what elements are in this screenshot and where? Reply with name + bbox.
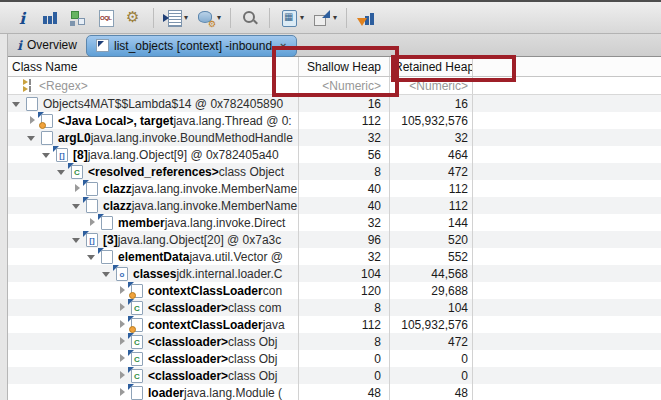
expand-arrow-icon[interactable] bbox=[117, 299, 128, 316]
class-description: java.lang.invoke.BoundMethodHandle bbox=[91, 131, 293, 145]
shallow-heap-value: 8 bbox=[299, 333, 390, 350]
shallow-heap-value: 0 bbox=[299, 350, 390, 367]
table-row[interactable]: C<classloader> class com8104 bbox=[8, 299, 661, 316]
retained-filter-input[interactable]: <Numeric> bbox=[390, 77, 473, 94]
toolbar-separator bbox=[269, 8, 270, 28]
compare-button[interactable] bbox=[353, 6, 379, 30]
mat-window: ▾▾▾▾ i Overview list_objects [context] -… bbox=[0, 0, 661, 400]
tab-overview[interactable]: i Overview bbox=[8, 35, 86, 55]
collapse-arrow-icon[interactable] bbox=[12, 95, 23, 112]
col-shallow-heap[interactable]: Shallow Heap bbox=[299, 57, 390, 76]
oql-button[interactable] bbox=[93, 6, 119, 30]
collapse-arrow-icon[interactable] bbox=[27, 129, 38, 146]
expand-arrow-icon[interactable] bbox=[72, 180, 83, 197]
class-description: class com bbox=[228, 301, 281, 315]
dominator-tree-button[interactable] bbox=[65, 6, 91, 30]
shallow-heap-value: 120 bbox=[299, 282, 390, 299]
array-arrow-icon: [] bbox=[83, 232, 99, 247]
page-arrow-dot-icon bbox=[128, 317, 144, 332]
class-description: java.lang.Object[9] @ 0x782405a40 bbox=[88, 148, 279, 162]
dropdown-arrow-icon[interactable]: ▾ bbox=[184, 13, 188, 22]
calculator-button[interactable]: ▾ bbox=[276, 6, 307, 30]
expand-arrow-icon[interactable] bbox=[117, 350, 128, 367]
export-button[interactable]: ▾ bbox=[309, 6, 340, 30]
table-row[interactable]: C<resolved_references> class Object8472 bbox=[8, 163, 661, 180]
histogram-button[interactable] bbox=[37, 6, 63, 30]
table-row[interactable]: contextClassLoader con12029,688 bbox=[8, 282, 661, 299]
retained-heap-value: 16 bbox=[390, 95, 473, 112]
table-row[interactable]: Objects4MAT$$Lambda$14 @ 0x7824058901616 bbox=[8, 95, 661, 112]
close-icon[interactable]: × bbox=[280, 40, 286, 52]
table-row[interactable]: C<classloader> class Obj00 bbox=[8, 367, 661, 384]
dropdown-arrow-icon[interactable]: ▾ bbox=[300, 13, 304, 22]
dominator-tree-icon bbox=[68, 8, 88, 28]
collapse-arrow-icon[interactable] bbox=[87, 248, 98, 265]
expand-arrow-icon[interactable] bbox=[117, 333, 128, 350]
dropdown-arrow-icon[interactable]: ▾ bbox=[217, 13, 221, 22]
window-left-border bbox=[0, 34, 8, 400]
class-description: java.lang.Thread @ 0: bbox=[173, 114, 291, 128]
field-name: elementData bbox=[118, 250, 189, 264]
info-button[interactable] bbox=[9, 6, 35, 30]
tab-list-objects[interactable]: list_objects [context] -inbound × bbox=[86, 35, 297, 57]
col-class-name[interactable]: Class Name bbox=[8, 57, 299, 76]
toolbar-separator bbox=[230, 8, 231, 28]
table-row[interactable]: argL0 java.lang.invoke.BoundMethodHandle… bbox=[8, 129, 661, 146]
class-arrow-icon: C bbox=[128, 300, 144, 315]
expert-tests-icon bbox=[163, 8, 183, 28]
field-name: <classloader> bbox=[148, 335, 228, 349]
collapse-arrow-icon[interactable] bbox=[42, 146, 53, 163]
page-arrow-icon bbox=[98, 215, 114, 230]
collapse-arrow-icon[interactable] bbox=[72, 231, 83, 248]
shallow-heap-value: 48 bbox=[299, 384, 390, 400]
class-description: java.lang.invoke.MemberName bbox=[132, 199, 297, 213]
page-arrow-icon bbox=[83, 198, 99, 213]
field-name: <classloader> bbox=[148, 352, 228, 366]
page-icon bbox=[23, 96, 39, 111]
tab-list-objects-label: list_objects [context] -inbound bbox=[114, 39, 272, 53]
histogram-icon bbox=[40, 8, 60, 28]
search-button[interactable] bbox=[237, 6, 263, 30]
collapse-arrow-icon[interactable] bbox=[72, 197, 83, 214]
table-row[interactable]: contextClassLoader java112105,932,576 bbox=[8, 316, 661, 333]
expand-arrow-icon[interactable] bbox=[27, 112, 38, 129]
expand-arrow-icon[interactable] bbox=[117, 367, 128, 384]
table-row[interactable]: clazz java.lang.invoke.MemberName40112 bbox=[8, 197, 661, 214]
table-row[interactable]: C<classloader> class Obj00 bbox=[8, 350, 661, 367]
shallow-heap-value: 0 bbox=[299, 367, 390, 384]
expand-arrow-icon[interactable] bbox=[117, 316, 128, 333]
retained-heap-value: 472 bbox=[390, 163, 473, 180]
table-row[interactable]: [][3] java.lang.Object[20] @ 0x7a3c96520 bbox=[8, 231, 661, 248]
dropdown-arrow-icon[interactable]: ▾ bbox=[333, 13, 337, 22]
class-description: java.util.Vector @ bbox=[189, 250, 283, 264]
field-name: loader bbox=[148, 386, 184, 400]
table-row[interactable]: member java.lang.invoke.Direct32144 bbox=[8, 214, 661, 231]
table-row[interactable]: C<classloader> class Obj8472 bbox=[8, 333, 661, 350]
table-row[interactable]: clazz java.lang.invoke.MemberName40112 bbox=[8, 180, 661, 197]
col-retained-heap[interactable]: Retained Heap bbox=[390, 57, 473, 76]
info-icon bbox=[12, 8, 32, 28]
table-row[interactable]: [][8] java.lang.Object[9] @ 0x782405a405… bbox=[8, 146, 661, 163]
toolbar-separator bbox=[153, 8, 154, 28]
expand-arrow-icon[interactable] bbox=[117, 384, 128, 400]
table-row[interactable]: <Java Local>, target java.lang.Thread @ … bbox=[8, 112, 661, 129]
expand-arrow-icon[interactable] bbox=[87, 214, 98, 231]
expert-tests-button[interactable]: ▾ bbox=[160, 6, 191, 30]
expand-arrow-icon[interactable] bbox=[117, 282, 128, 299]
shallow-heap-value: 56 bbox=[299, 146, 390, 163]
filter-icon bbox=[22, 79, 36, 93]
regex-filter-input[interactable]: <Regex> bbox=[39, 79, 88, 93]
table-row[interactable]: elementData java.util.Vector @32552 bbox=[8, 248, 661, 265]
collapse-arrow-icon[interactable] bbox=[57, 163, 68, 180]
table-row[interactable]: loader java.lang.Module (4848 bbox=[8, 384, 661, 400]
class-description: java.lang.invoke.Direct bbox=[165, 216, 286, 230]
field-name: [8] bbox=[73, 148, 88, 162]
field-name: clazz bbox=[103, 182, 132, 196]
settings-button[interactable] bbox=[121, 6, 147, 30]
page-icon bbox=[38, 130, 54, 145]
shallow-filter-input[interactable]: <Numeric> bbox=[299, 77, 390, 94]
heap-objects-button[interactable]: ▾ bbox=[193, 6, 224, 30]
tree-rows: Objects4MAT$$Lambda$14 @ 0x7824058901616… bbox=[8, 95, 661, 400]
collapse-arrow-icon[interactable] bbox=[102, 265, 113, 282]
table-row[interactable]: oclasses jdk.internal.loader.C10444,568 bbox=[8, 265, 661, 282]
